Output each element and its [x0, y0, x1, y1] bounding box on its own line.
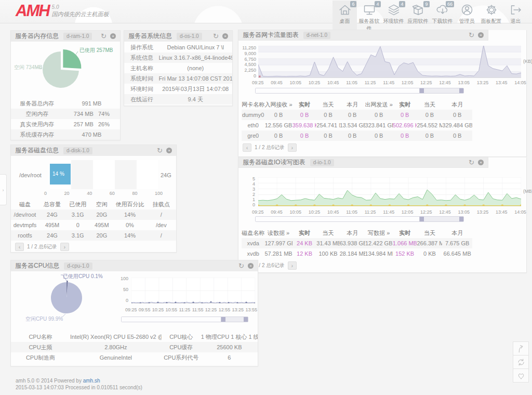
scrollbar-grip[interactable]	[420, 88, 424, 93]
scrollbar-thumb[interactable]	[256, 217, 420, 221]
refresh-page-button[interactable]	[513, 355, 529, 369]
axis-tick-label: 11:25	[365, 209, 376, 215]
cpu-chart-x-axis: 09:2509:5510:2510:5511:2511:5512:2512:55…	[125, 307, 257, 312]
table-cell: CPU主频	[11, 342, 70, 352]
favorite-button[interactable]	[513, 368, 529, 383]
prev-page-button[interactable]: ‹	[243, 143, 251, 152]
table-row: 网卡名称入网接收 »实时当天本月出网发送 »实时当天本月	[242, 99, 472, 110]
user-icon	[460, 3, 474, 17]
nav-badge: 66	[446, 1, 454, 7]
next-page-button[interactable]: ›	[288, 143, 297, 152]
table-cell: 0 B	[442, 130, 472, 141]
disk-usage-bar: 14 %	[50, 164, 71, 185]
cpu-table: CPU名称Intel(R) Xeon(R) CPU E5-2680 v2 @ 2…	[11, 332, 258, 363]
axis-tick-label: 0	[254, 73, 256, 78]
next-page-button[interactable]: ›	[288, 261, 297, 270]
module-version-badge: d-io-1.0	[310, 159, 334, 166]
nav-item-label: 应用软件	[406, 18, 430, 25]
prev-page-button[interactable]: ‹	[15, 243, 24, 251]
close-icon[interactable]: ×	[166, 148, 172, 153]
nav-badge: 4	[375, 1, 381, 7]
table-cell: 495M	[90, 220, 114, 230]
table-cell: CPU制造商	[11, 352, 70, 363]
refresh-icon[interactable]: ↻	[469, 32, 474, 38]
axis-tick-label: 12:25	[205, 307, 217, 312]
io-chart-x-axis: 09:2509:4510:0510:2510:4511:0511:2511:45…	[252, 209, 526, 215]
table-cell: GenuineIntel	[70, 352, 162, 363]
chart-scrollbar[interactable]	[121, 317, 248, 322]
module-version-badge: d-ram-1.0	[63, 33, 92, 40]
refresh-icon[interactable]: ↻	[469, 159, 474, 166]
chart-scrollbar[interactable]	[255, 88, 464, 94]
nav-item-desktop[interactable]: 6 桌面	[332, 1, 357, 34]
axis-tick-label: 09:25	[252, 209, 264, 215]
nav-item-env-software[interactable]: 4 环境软件	[381, 1, 406, 34]
table-row: rootfs24G3.1G20G14%/	[11, 230, 176, 241]
axis-tick-label: 4,500	[244, 62, 256, 67]
nav-item-server-software[interactable]: 4 服务器软件	[357, 1, 381, 34]
next-page-button[interactable]: ›	[60, 243, 69, 251]
nav-item-app-software[interactable]: 9 应用软件	[406, 1, 430, 34]
axis-tick-label: 6,750	[244, 57, 256, 62]
nav-item-panel-config[interactable]: 面板配置	[479, 1, 503, 34]
table-row: eth012.556 GB359.638 KB254.741 MB13.534 …	[242, 120, 472, 130]
network-chart-unit: (KB)	[523, 59, 532, 64]
scrollbar-grip[interactable]	[459, 88, 463, 93]
table-cell: 服务器总内存	[11, 98, 63, 109]
table-row: 操作系统Debian GNU/Linux 7 \l	[124, 42, 232, 52]
table-cell: 0 B	[316, 130, 339, 141]
table-cell: 0 B	[292, 130, 317, 141]
amh-logo[interactable]: AMH★ 5.0 国内领先的云主机面板	[16, 3, 109, 19]
table-cell: 在线运行	[124, 94, 159, 104]
table-cell: 本月	[340, 99, 365, 110]
chart-scrollbar[interactable]	[255, 216, 464, 222]
axis-tick-label: 0	[252, 202, 255, 207]
panel-title: 服务器内存信息	[15, 32, 59, 41]
close-icon[interactable]: ×	[478, 160, 484, 165]
panel-title: 服务器系统信息	[128, 32, 172, 41]
close-icon[interactable]: ×	[110, 33, 116, 39]
table-cell: 24G	[39, 230, 65, 241]
scrollbar-thumb[interactable]	[256, 88, 420, 93]
axis-tick-label: 13:55	[245, 307, 257, 312]
axis-tick-label: 13:05	[458, 209, 470, 215]
refresh-icon[interactable]: ↻	[101, 33, 107, 40]
nav-item-download-software[interactable]: 66 下载软件	[430, 1, 455, 34]
panel-title: 服务器磁盘信息	[15, 146, 59, 155]
cpu-usage-chart	[131, 278, 255, 304]
scrollbar-grip[interactable]	[244, 317, 248, 322]
axis-tick-label: 09:45	[271, 80, 283, 85]
nav-item-logout[interactable]: 退出	[503, 1, 528, 34]
refresh-icon[interactable]: ↻	[238, 262, 244, 269]
table-cell: 12.556 GB	[264, 120, 292, 130]
axis-tick-label: 10:45	[327, 209, 339, 215]
back-to-top-button[interactable]	[513, 341, 529, 356]
amh-link[interactable]: amh.sh	[83, 378, 100, 384]
nav-item-label: 环境软件	[381, 18, 406, 25]
close-icon[interactable]: ×	[478, 32, 484, 38]
table-cell: 257 MB 26%	[63, 119, 120, 129]
table-row: dummy00 B0 B0 B0 B0 B0 B0 B0 B	[242, 110, 472, 120]
scrollbar-grip[interactable]	[459, 217, 463, 221]
scrollbar-grip[interactable]	[221, 317, 225, 322]
scrollbar-thumb[interactable]	[122, 317, 221, 322]
refresh-icon[interactable]: ↻	[157, 147, 163, 154]
axis-tick-label: 13:05	[458, 80, 470, 85]
nav-item-admin[interactable]: 管理员	[455, 1, 479, 34]
main-nav: 6 桌面 4 服务器软件 4 环境软件 9 应用软件 66 下载软件 管理员	[332, 1, 528, 34]
table-row: 服务器总内存991 MB	[11, 98, 120, 109]
disk-usage-bar-chart: 14 %	[50, 160, 158, 189]
table-cell: devtmpfs	[11, 220, 39, 230]
table-cell: 实时	[393, 228, 417, 238]
layers-icon	[387, 3, 401, 17]
close-icon[interactable]: ×	[248, 263, 254, 269]
close-icon[interactable]: ×	[222, 33, 228, 39]
table-row: 磁盘总容量已使用空闲使用百分比挂载点	[11, 199, 176, 209]
scrollbar-grip[interactable]	[420, 217, 424, 221]
disk-bar-value: 24G	[161, 172, 171, 178]
sidebar-expand-tab[interactable]: ›	[0, 174, 7, 205]
table-cell: 当天	[417, 99, 442, 110]
axis-tick-label: 100	[121, 276, 128, 281]
refresh-icon[interactable]: ↻	[213, 33, 219, 40]
axis-tick-label: 2,250	[244, 68, 256, 73]
